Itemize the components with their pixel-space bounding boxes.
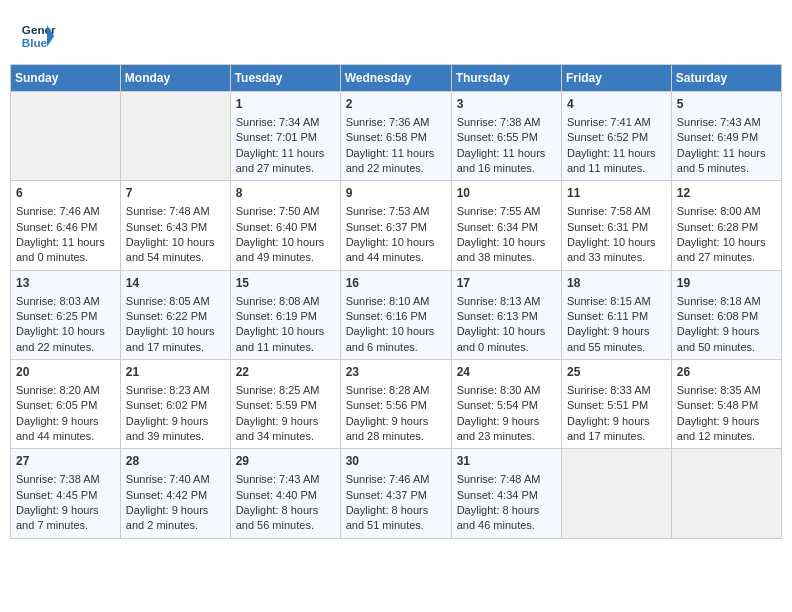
day-number: 9 [346, 185, 446, 202]
day-number: 29 [236, 453, 335, 470]
daylight-text: Daylight: 10 hours and 49 minutes. [236, 236, 325, 263]
daylight-text: Daylight: 10 hours and 22 minutes. [16, 325, 105, 352]
daylight-text: Daylight: 10 hours and 44 minutes. [346, 236, 435, 263]
daylight-text: Daylight: 10 hours and 17 minutes. [126, 325, 215, 352]
daylight-text: Daylight: 10 hours and 0 minutes. [457, 325, 546, 352]
calendar-cell: 15Sunrise: 8:08 AMSunset: 6:19 PMDayligh… [230, 270, 340, 359]
calendar-cell: 23Sunrise: 8:28 AMSunset: 5:56 PMDayligh… [340, 360, 451, 449]
sunrise-text: Sunrise: 7:36 AM [346, 116, 430, 128]
sunset-text: Sunset: 7:01 PM [236, 131, 317, 143]
calendar-cell: 3Sunrise: 7:38 AMSunset: 6:55 PMDaylight… [451, 92, 561, 181]
day-number: 23 [346, 364, 446, 381]
day-number: 26 [677, 364, 776, 381]
calendar-cell: 8Sunrise: 7:50 AMSunset: 6:40 PMDaylight… [230, 181, 340, 270]
daylight-text: Daylight: 9 hours and 44 minutes. [16, 415, 99, 442]
day-number: 2 [346, 96, 446, 113]
weekday-sunday: Sunday [11, 65, 121, 92]
sunset-text: Sunset: 5:56 PM [346, 399, 427, 411]
daylight-text: Daylight: 10 hours and 54 minutes. [126, 236, 215, 263]
calendar-cell: 7Sunrise: 7:48 AMSunset: 6:43 PMDaylight… [120, 181, 230, 270]
sunrise-text: Sunrise: 7:38 AM [16, 473, 100, 485]
svg-text:Blue: Blue [22, 36, 48, 49]
sunrise-text: Sunrise: 8:08 AM [236, 295, 320, 307]
daylight-text: Daylight: 11 hours and 5 minutes. [677, 147, 766, 174]
day-number: 27 [16, 453, 115, 470]
sunrise-text: Sunrise: 7:40 AM [126, 473, 210, 485]
sunrise-text: Sunrise: 8:20 AM [16, 384, 100, 396]
weekday-wednesday: Wednesday [340, 65, 451, 92]
calendar-cell: 11Sunrise: 7:58 AMSunset: 6:31 PMDayligh… [561, 181, 671, 270]
sunrise-text: Sunrise: 8:03 AM [16, 295, 100, 307]
sunrise-text: Sunrise: 8:25 AM [236, 384, 320, 396]
daylight-text: Daylight: 11 hours and 16 minutes. [457, 147, 546, 174]
daylight-text: Daylight: 9 hours and 28 minutes. [346, 415, 429, 442]
day-number: 10 [457, 185, 556, 202]
day-number: 11 [567, 185, 666, 202]
sunrise-text: Sunrise: 7:55 AM [457, 205, 541, 217]
calendar-cell [120, 92, 230, 181]
calendar-cell: 16Sunrise: 8:10 AMSunset: 6:16 PMDayligh… [340, 270, 451, 359]
daylight-text: Daylight: 10 hours and 33 minutes. [567, 236, 656, 263]
sunset-text: Sunset: 6:08 PM [677, 310, 758, 322]
day-number: 31 [457, 453, 556, 470]
day-number: 4 [567, 96, 666, 113]
calendar-cell: 14Sunrise: 8:05 AMSunset: 6:22 PMDayligh… [120, 270, 230, 359]
day-number: 15 [236, 275, 335, 292]
calendar-cell [561, 449, 671, 538]
calendar-cell: 6Sunrise: 7:46 AMSunset: 6:46 PMDaylight… [11, 181, 121, 270]
sunset-text: Sunset: 6:19 PM [236, 310, 317, 322]
sunrise-text: Sunrise: 7:58 AM [567, 205, 651, 217]
calendar-cell: 4Sunrise: 7:41 AMSunset: 6:52 PMDaylight… [561, 92, 671, 181]
sunrise-text: Sunrise: 7:43 AM [236, 473, 320, 485]
day-number: 12 [677, 185, 776, 202]
daylight-text: Daylight: 11 hours and 11 minutes. [567, 147, 656, 174]
day-number: 6 [16, 185, 115, 202]
daylight-text: Daylight: 9 hours and 17 minutes. [567, 415, 650, 442]
sunset-text: Sunset: 6:31 PM [567, 221, 648, 233]
sunset-text: Sunset: 4:45 PM [16, 489, 97, 501]
daylight-text: Daylight: 9 hours and 50 minutes. [677, 325, 760, 352]
daylight-text: Daylight: 9 hours and 12 minutes. [677, 415, 760, 442]
calendar-cell: 31Sunrise: 7:48 AMSunset: 4:34 PMDayligh… [451, 449, 561, 538]
sunrise-text: Sunrise: 7:48 AM [126, 205, 210, 217]
sunrise-text: Sunrise: 7:34 AM [236, 116, 320, 128]
sunrise-text: Sunrise: 7:38 AM [457, 116, 541, 128]
sunrise-text: Sunrise: 8:28 AM [346, 384, 430, 396]
sunrise-text: Sunrise: 8:33 AM [567, 384, 651, 396]
sunset-text: Sunset: 6:11 PM [567, 310, 648, 322]
sunset-text: Sunset: 6:28 PM [677, 221, 758, 233]
sunset-text: Sunset: 6:05 PM [16, 399, 97, 411]
weekday-friday: Friday [561, 65, 671, 92]
weekday-thursday: Thursday [451, 65, 561, 92]
daylight-text: Daylight: 9 hours and 23 minutes. [457, 415, 540, 442]
sunset-text: Sunset: 6:55 PM [457, 131, 538, 143]
day-number: 25 [567, 364, 666, 381]
day-number: 19 [677, 275, 776, 292]
calendar-cell: 1Sunrise: 7:34 AMSunset: 7:01 PMDaylight… [230, 92, 340, 181]
logo: General Blue [20, 18, 56, 54]
weekday-monday: Monday [120, 65, 230, 92]
day-number: 1 [236, 96, 335, 113]
sunset-text: Sunset: 4:42 PM [126, 489, 207, 501]
sunset-text: Sunset: 6:16 PM [346, 310, 427, 322]
calendar-cell: 22Sunrise: 8:25 AMSunset: 5:59 PMDayligh… [230, 360, 340, 449]
sunrise-text: Sunrise: 8:18 AM [677, 295, 761, 307]
calendar-cell: 18Sunrise: 8:15 AMSunset: 6:11 PMDayligh… [561, 270, 671, 359]
calendar-cell: 10Sunrise: 7:55 AMSunset: 6:34 PMDayligh… [451, 181, 561, 270]
sunset-text: Sunset: 4:34 PM [457, 489, 538, 501]
weekday-header-row: SundayMondayTuesdayWednesdayThursdayFrid… [11, 65, 782, 92]
calendar-week-5: 27Sunrise: 7:38 AMSunset: 4:45 PMDayligh… [11, 449, 782, 538]
day-number: 24 [457, 364, 556, 381]
sunset-text: Sunset: 6:37 PM [346, 221, 427, 233]
daylight-text: Daylight: 9 hours and 2 minutes. [126, 504, 209, 531]
sunset-text: Sunset: 6:46 PM [16, 221, 97, 233]
logo-icon: General Blue [20, 18, 56, 54]
day-number: 13 [16, 275, 115, 292]
daylight-text: Daylight: 10 hours and 38 minutes. [457, 236, 546, 263]
daylight-text: Daylight: 11 hours and 22 minutes. [346, 147, 435, 174]
sunset-text: Sunset: 5:48 PM [677, 399, 758, 411]
sunset-text: Sunset: 6:02 PM [126, 399, 207, 411]
calendar-body: 1Sunrise: 7:34 AMSunset: 7:01 PMDaylight… [11, 92, 782, 539]
day-number: 14 [126, 275, 225, 292]
day-number: 30 [346, 453, 446, 470]
